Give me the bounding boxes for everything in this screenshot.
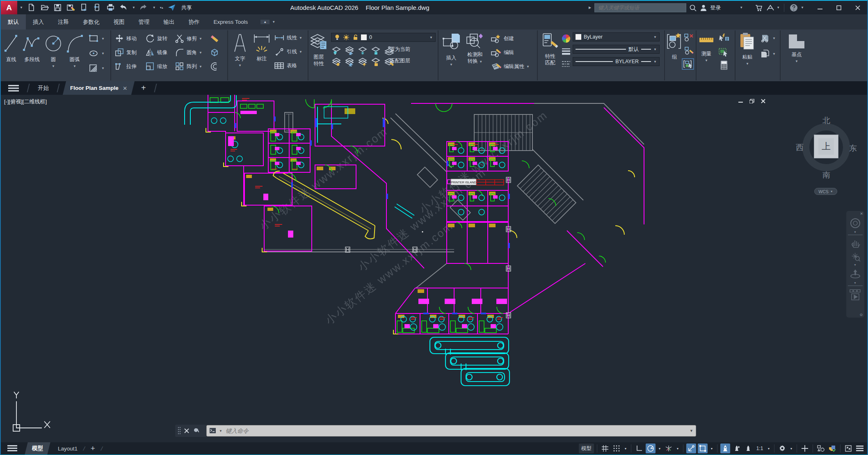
leader-tool[interactable]: 引线▼ (274, 48, 302, 56)
circle-tool[interactable]: 圆▼ (44, 32, 62, 68)
command-input-bar[interactable]: ▼ ▼ (206, 425, 696, 437)
maximize-button[interactable] (829, 1, 848, 14)
autodesk-logo-icon[interactable] (766, 4, 775, 12)
mirror-tool[interactable]: 镜像 (145, 48, 167, 57)
viewport-close-icon[interactable] (761, 99, 765, 105)
isolate-objects-icon[interactable] (816, 444, 826, 453)
save-as-icon[interactable] (66, 3, 75, 12)
snap-mode-toggle[interactable] (612, 444, 621, 453)
viewcube-west-label[interactable]: 西 (796, 142, 804, 153)
command-wrench-icon[interactable] (192, 428, 199, 434)
insert-block-tool[interactable]: 插入▼ (442, 32, 461, 66)
detect-convert-tool[interactable]: 检测和 转换 ▼ (462, 32, 488, 65)
offset-tool[interactable] (209, 62, 221, 71)
clean-screen-icon[interactable] (843, 444, 853, 453)
viewcube-north-label[interactable]: 北 (822, 115, 830, 126)
ribbon-tab-annotate[interactable]: 注释 (51, 14, 76, 30)
linear-dim-tool[interactable]: 线性▼ (274, 34, 302, 42)
layer-properties-tool[interactable]: 图层 特性 (309, 32, 328, 67)
file-tab-menu-icon[interactable] (1, 81, 25, 95)
ribbon-tab-parametric[interactable]: 参数化 (76, 14, 107, 30)
layer-tools-row-1[interactable] (331, 46, 395, 55)
command-prompt-icon[interactable] (209, 428, 217, 434)
autocad-app-badge[interactable]: A (1, 1, 17, 14)
command-history-caret-icon[interactable]: ▼ (219, 429, 222, 433)
polyline-tool[interactable]: 多段线 (21, 32, 43, 63)
ribbon-tab-insert[interactable]: 插入 (26, 14, 51, 30)
app-menu-caret-icon[interactable]: ▼ (20, 6, 23, 9)
search-collapse-icon[interactable]: ▶ (589, 6, 591, 9)
pan-icon[interactable] (850, 238, 861, 250)
search-box[interactable] (594, 3, 686, 12)
ellipse-tool[interactable]: ▼ (89, 49, 105, 57)
customization-gear-icon[interactable] (777, 444, 787, 453)
file-tab-start[interactable]: 开始 (32, 81, 55, 95)
show-motion-icon[interactable] (850, 289, 861, 305)
sign-in-label[interactable]: 登录 (710, 4, 721, 11)
edit-attributes-tool[interactable]: 编辑属性▼ (490, 62, 530, 71)
transfer-icon[interactable] (93, 3, 102, 12)
command-line[interactable]: ▼ ▼ (175, 425, 696, 437)
help-caret-icon[interactable]: ▼ (801, 6, 804, 9)
group-selectable-toggle[interactable] (682, 58, 694, 70)
viewport-controls-label[interactable]: [-][俯视][二维线框] (4, 98, 47, 105)
autoscale-toggle[interactable] (732, 444, 742, 453)
layout1-tab[interactable]: Layout1 (52, 442, 83, 455)
trim-tool[interactable]: 修剪▼ (175, 34, 202, 43)
dimension-tool[interactable]: 标注 (252, 32, 272, 62)
autodesk-caret-icon[interactable]: ▼ (777, 6, 780, 9)
share-label[interactable]: 共享 (181, 4, 192, 11)
box-3d-tool[interactable] (209, 48, 221, 57)
select-similar-tool[interactable] (718, 47, 729, 57)
steering-wheel-icon[interactable] (850, 217, 861, 231)
layer-tools-row-2[interactable] (331, 57, 395, 66)
model-space-button[interactable]: 模型 (579, 444, 594, 453)
viewcube-south-label[interactable]: 南 (822, 170, 830, 181)
minimize-button[interactable] (811, 1, 829, 14)
layer-set-current-tool[interactable]: 置为当前 (390, 46, 410, 53)
grid-display-toggle[interactable] (600, 444, 610, 453)
isodraft-caret-icon[interactable]: ▼ (675, 444, 680, 453)
close-button[interactable] (848, 1, 867, 14)
gear-caret-icon[interactable]: ▼ (789, 444, 794, 453)
share-icon[interactable] (167, 3, 176, 12)
view-cube[interactable]: 北 西 东 南 上 (795, 115, 857, 178)
polar-tracking-toggle[interactable] (646, 444, 656, 453)
scale-caret-icon[interactable]: ▼ (766, 444, 771, 453)
linetype-dropdown[interactable]: BYLAYER▼ (573, 57, 660, 66)
search-input[interactable] (597, 5, 683, 11)
annotation-scale-value[interactable]: 1:1 (755, 444, 765, 453)
ribbon-tab-express[interactable]: Express Tools (207, 14, 255, 30)
drag-handle-icon[interactable] (178, 427, 181, 435)
help-icon[interactable] (789, 3, 798, 12)
new-file-icon[interactable] (27, 3, 36, 12)
base-view-tool[interactable]: 基点▼ (786, 33, 807, 63)
array-tool[interactable]: 阵列▼ (175, 62, 202, 71)
create-block-tool[interactable]: 创建 (490, 34, 514, 43)
ribbon-tab-collaborate[interactable]: 协作 (182, 14, 207, 30)
command-input[interactable] (225, 427, 687, 434)
object-snap-caret-icon[interactable]: ▼ (709, 444, 714, 453)
print-icon[interactable] (106, 3, 115, 12)
model-tab[interactable]: 模型 (25, 442, 50, 455)
redo-caret-icon[interactable]: ▼ (153, 6, 156, 9)
move-tool[interactable]: 移动 (114, 34, 137, 43)
line-tool[interactable]: 直线 (3, 32, 19, 63)
ribbon-tab-view[interactable]: 视图 (107, 14, 132, 30)
customize-qat-icon[interactable]: ▾▴ (160, 6, 163, 9)
lineweight-dropdown[interactable]: 默认▼ (573, 45, 660, 54)
user-icon[interactable] (699, 4, 708, 12)
annotation-scale-icon[interactable] (743, 444, 753, 453)
text-tool[interactable]: 文字▼ (231, 32, 249, 67)
redo-icon[interactable] (139, 3, 148, 12)
ribbon-tab-home[interactable]: 默认 (1, 14, 26, 30)
annotation-visibility-toggle[interactable] (720, 444, 730, 453)
rectangle-tool[interactable]: ▼ (89, 34, 105, 43)
polar-caret-icon[interactable]: ▼ (657, 444, 662, 453)
rotate-tool[interactable]: 旋转 (145, 34, 167, 43)
navbar-customize-icon[interactable]: ⊖ (859, 313, 863, 317)
zoom-icon[interactable] (849, 250, 861, 264)
erase-tool[interactable] (209, 34, 221, 43)
paste-tool[interactable]: 粘贴▼ (739, 32, 756, 66)
object-snap-tracking-toggle[interactable] (686, 444, 696, 453)
